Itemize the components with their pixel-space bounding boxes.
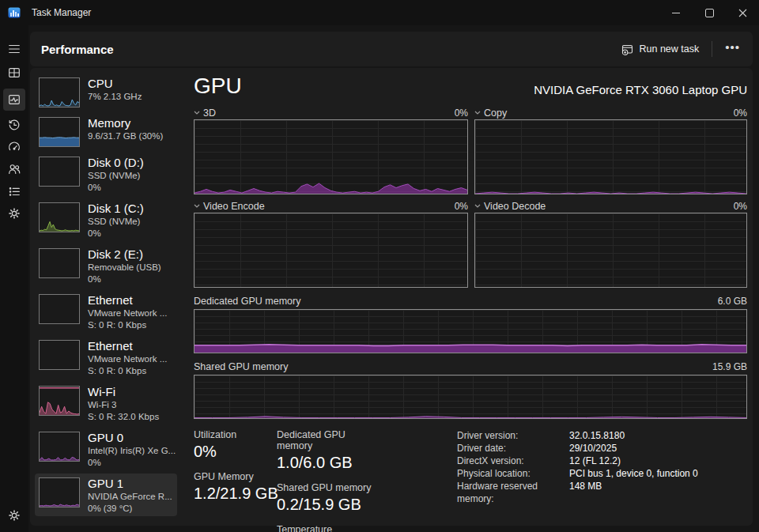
sidebar-item-disk1[interactable]: Disk 1 (C:) SSD (NVMe) 0% — [35, 198, 177, 241]
sidebar-item-disk2[interactable]: Disk 2 (E:) Removable (USB) 0% — [35, 244, 177, 287]
gpu-stats: Utilization 0% GPU Memory 1.2/21.9 GB De… — [194, 429, 747, 532]
sidebar-item-title: Ethernet — [88, 338, 167, 353]
detail-label: Hardware reserved memory: — [457, 480, 569, 505]
detail-row: Driver date: 29/10/2025 — [457, 442, 698, 455]
settings-button[interactable] — [3, 504, 25, 526]
chart-title: Video Decode — [484, 201, 546, 212]
sidebar-item-wifi[interactable]: Wi-Fi Wi-Fi 3 S: 0 R: 32.0 Kbps — [35, 382, 177, 424]
chart-percent: 0% — [455, 201, 468, 212]
wifi-mini-chart — [39, 386, 80, 416]
gpu-title: GPU — [194, 74, 242, 99]
more-options-button[interactable]: ••• — [717, 39, 748, 60]
sidebar-item-sub: Removable (USB) — [88, 262, 161, 274]
stat-label: Temperature — [277, 524, 376, 532]
window-controls — [659, 0, 759, 25]
gear-icon — [7, 508, 21, 523]
chart-video-decode: Video Decode 0% — [474, 200, 747, 288]
task-manager-window: Task Manager — [0, 0, 759, 532]
stat-value: 0.2/15.9 GB — [277, 496, 376, 514]
chevron-down-icon[interactable] — [474, 204, 481, 208]
memory-mini-chart — [39, 117, 80, 147]
sidebar-item-sub: SSD (NVMe) — [88, 216, 144, 228]
chevron-down-icon[interactable] — [194, 111, 200, 115]
chart-3d-plot — [194, 119, 468, 194]
run-new-task-button[interactable]: Run new task — [614, 40, 708, 59]
chart-3d: 3D 0% — [194, 107, 468, 194]
chart-percent: 0% — [455, 108, 468, 119]
detail-value: 32.0.15.8180 — [569, 429, 625, 442]
hamburger-menu-button[interactable] — [3, 38, 25, 60]
performance-icon — [7, 92, 21, 107]
rail-item-processes[interactable] — [3, 62, 25, 84]
maximize-button[interactable] — [693, 0, 726, 25]
sidebar-item-sub: 0% (39 °C) — [88, 503, 172, 515]
rail-item-startup-apps[interactable] — [3, 136, 25, 158]
sidebar-item-title: GPU 0 — [88, 430, 173, 445]
disk0-mini-chart — [39, 157, 80, 187]
rail-item-services[interactable] — [3, 202, 25, 224]
sidebar-item-sub: 7% 2.13 GHz — [88, 91, 142, 103]
minimize-button[interactable] — [659, 0, 693, 25]
sidebar-item-ethernet-1[interactable]: Ethernet VMware Network ... S: 0 R: 0 Kb… — [35, 290, 177, 333]
chart-percent: 0% — [734, 108, 747, 119]
sidebar-item-title: Disk 2 (E:) — [88, 247, 161, 262]
rail-item-performance[interactable] — [3, 89, 25, 111]
memory-chart-title: Dedicated GPU memory — [194, 296, 300, 307]
stat-label: GPU Memory — [194, 471, 277, 482]
detail-row: Driver version: 32.0.15.8180 — [457, 429, 698, 442]
detail-row: DirectX version: 12 (FL 12.2) — [457, 455, 698, 467]
users-icon — [7, 162, 21, 176]
close-icon — [738, 9, 747, 17]
close-button[interactable] — [726, 0, 759, 25]
sidebar-item-sub: 0% — [88, 457, 173, 469]
run-new-task-icon — [621, 43, 633, 55]
memory-chart-max: 6.0 GB — [718, 296, 747, 307]
sidebar-item-sub: S: 0 R: 0 Kbps — [88, 319, 167, 331]
chevron-down-icon[interactable] — [194, 204, 200, 208]
chart-video-encode: Video Encode 0% — [194, 200, 468, 288]
shared-memory-section: Shared GPU memory 15.9 GB — [194, 361, 747, 419]
toolbar: Performance Run new task ••• — [30, 32, 753, 66]
performance-sidebar: CPU 7% 2.13 GHz Memory 9.6/31.7 GB (30%)… — [35, 74, 177, 519]
chart-copy: Copy 0% — [474, 107, 747, 194]
stat-value: 1.0/6.0 GB — [277, 454, 376, 472]
sidebar-item-memory[interactable]: Memory 9.6/31.7 GB (30%) — [35, 113, 177, 149]
details-icon — [7, 184, 21, 198]
engine-charts-grid: 3D 0% Copy 0% Video Encode 0% — [194, 107, 747, 288]
memory-chart-title: Shared GPU memory — [194, 361, 288, 372]
chart-title: Copy — [484, 108, 507, 119]
detail-label: Driver date: — [457, 442, 569, 455]
rail-item-app-history[interactable] — [3, 114, 25, 136]
toolbar-divider — [712, 41, 712, 57]
rail-item-users[interactable] — [3, 158, 25, 180]
gpu0-mini-chart — [39, 432, 80, 462]
minimize-icon — [672, 13, 680, 13]
sidebar-item-gpu0[interactable]: GPU 0 Intel(R) Iris(R) Xe G... 0% — [35, 428, 177, 470]
stat-label: Shared GPU memory — [277, 482, 376, 493]
detail-label: Driver version: — [457, 429, 569, 442]
sidebar-item-gpu1-selected[interactable]: GPU 1 NVIDIA GeForce R... 0% (39 °C) — [35, 474, 177, 516]
sidebar-item-sub: 0% — [88, 228, 144, 240]
chart-percent: 0% — [734, 201, 747, 212]
sidebar-item-title: Disk 0 (D:) — [88, 155, 144, 170]
chart-title: Video Encode — [203, 201, 265, 212]
sidebar-item-disk0[interactable]: Disk 0 (D:) SSD (NVMe) 0% — [35, 153, 177, 195]
stat-label: Dedicated GPU memory — [277, 429, 376, 451]
detail-row: Physical location: PCI bus 1, device 0, … — [457, 467, 698, 480]
detail-value: 29/10/2025 — [569, 442, 617, 455]
cpu-mini-chart — [39, 77, 80, 108]
sidebar-item-cpu[interactable]: CPU 7% 2.13 GHz — [35, 74, 177, 110]
processes-icon — [7, 66, 21, 80]
maximize-icon — [705, 9, 714, 17]
title-bar: Task Manager — [0, 0, 759, 25]
rail-item-details[interactable] — [3, 180, 25, 202]
services-icon — [7, 206, 21, 221]
sidebar-item-ethernet-2[interactable]: Ethernet VMware Network ... S: 0 R: 0 Kb… — [35, 336, 177, 379]
chart-video-encode-plot — [194, 213, 468, 288]
memory-chart-max: 15.9 GB — [712, 361, 747, 372]
chart-video-decode-plot — [474, 213, 747, 288]
chevron-down-icon[interactable] — [474, 111, 481, 115]
stat-label: Utilization — [194, 429, 277, 440]
gpu1-mini-chart — [39, 477, 80, 507]
disk1-mini-chart — [39, 202, 80, 232]
